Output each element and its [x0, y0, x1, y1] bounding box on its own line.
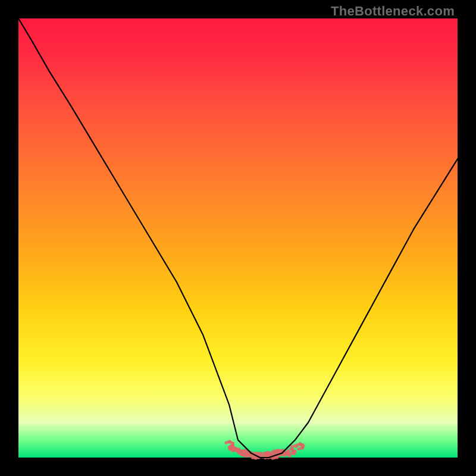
- chart-frame: TheBottleneck.com: [0, 0, 476, 476]
- watermark-text: TheBottleneck.com: [331, 4, 455, 19]
- curve-svg: [18, 18, 458, 458]
- plot-area: [18, 18, 458, 458]
- bottleneck-curve: [18, 18, 458, 458]
